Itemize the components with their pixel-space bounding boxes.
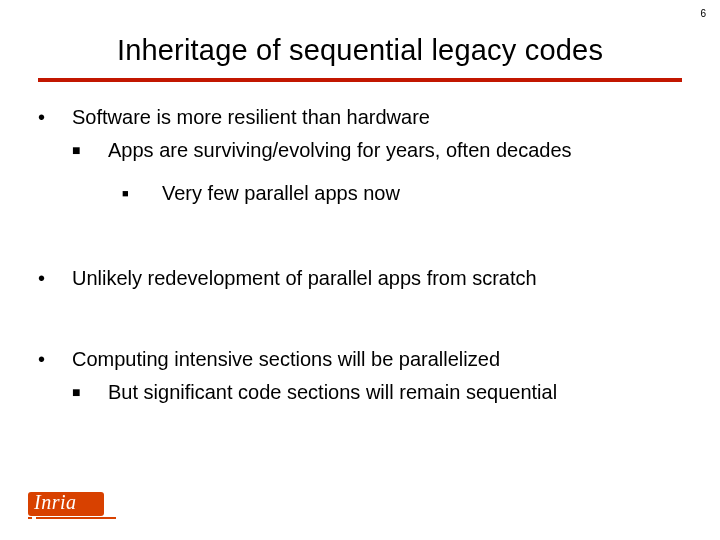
page-number: 6 — [700, 8, 706, 19]
content-area: • Software is more resilient than hardwa… — [38, 100, 690, 406]
bullet-dot-icon: • — [38, 346, 72, 373]
slide-title: Inheritage of sequential legacy codes — [0, 34, 720, 67]
title-underline — [38, 78, 682, 82]
bullet-text: Apps are surviving/evolving for years, o… — [108, 137, 572, 164]
bullet-text: But significant code sections will remai… — [108, 379, 557, 406]
bullet-dot-icon: • — [38, 265, 72, 292]
footer: Inria — [28, 492, 116, 522]
bullet-level2: ■ Apps are surviving/evolving for years,… — [72, 137, 690, 164]
bullet-level1: • Computing intensive sections will be p… — [38, 346, 690, 373]
bullet-level2: ■ But significant code sections will rem… — [72, 379, 690, 406]
bullet-level1: • Software is more resilient than hardwa… — [38, 104, 690, 131]
bullet-text: Computing intensive sections will be par… — [72, 346, 500, 373]
bullet-square-icon: ■ — [122, 180, 162, 207]
bullet-dot-icon: • — [38, 104, 72, 131]
inria-logo: Inria — [28, 492, 116, 522]
bullet-level1: • Unlikely redevelopment of parallel app… — [38, 265, 690, 292]
bullet-level3: ■ Very few parallel apps now — [122, 180, 690, 207]
bullet-square-icon: ■ — [72, 137, 108, 164]
logo-text: Inria — [34, 491, 77, 514]
bullet-square-icon: ■ — [72, 379, 108, 406]
bullet-text: Software is more resilient than hardware — [72, 104, 430, 131]
bullet-text: Unlikely redevelopment of parallel apps … — [72, 265, 537, 292]
bullet-text: Very few parallel apps now — [162, 180, 400, 207]
